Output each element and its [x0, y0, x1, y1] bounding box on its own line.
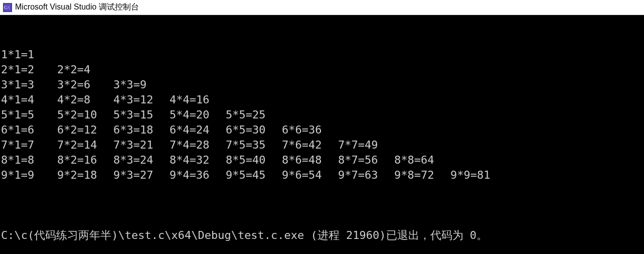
table-cell: 9*5=45: [226, 168, 282, 183]
table-cell: 3*1=3: [1, 77, 57, 92]
table-cell: 9*2=18: [57, 168, 113, 183]
titlebar[interactable]: C:\ Microsoft Visual Studio 调试控制台: [0, 0, 644, 15]
table-cell: 5*5=25: [226, 107, 282, 122]
table-cell: 7*6=42: [282, 138, 338, 153]
svg-text:C:\: C:\: [4, 5, 10, 10]
table-cell: 7*7=49: [338, 138, 394, 153]
table-cell: 8*8=64: [394, 153, 450, 168]
table-cell: 8*4=32: [170, 153, 226, 168]
table-cell: 7*1=7: [1, 138, 57, 153]
exit-status-line: C:\c(代码练习两年半)\test.c\x64\Debug\test.c.ex…: [1, 228, 643, 243]
table-cell: 7*3=21: [113, 138, 170, 153]
table-row: 3*1=33*2=63*3=9: [1, 77, 643, 92]
table-cell: 9*4=36: [170, 168, 226, 183]
table-cell: 8*3=24: [113, 153, 170, 168]
window-title: Microsoft Visual Studio 调试控制台: [15, 2, 139, 13]
console-window: C:\ Microsoft Visual Studio 调试控制台 1*1=12…: [0, 0, 644, 254]
table-cell: 6*4=24: [170, 122, 226, 138]
table-cell: 8*5=40: [226, 153, 282, 168]
table-cell: 6*1=6: [1, 122, 57, 138]
table-cell: 7*5=35: [226, 138, 282, 153]
process-exit-info: (进程 21960)已退出，代码为 0。: [311, 229, 488, 241]
table-row: 5*1=55*2=105*3=155*4=205*5=25: [1, 107, 643, 122]
table-cell: 8*7=56: [338, 153, 394, 168]
table-cell: 6*6=36: [282, 122, 338, 138]
table-cell: 6*5=30: [226, 122, 282, 138]
table-cell: 9*1=9: [1, 168, 57, 183]
table-row: 6*1=66*2=126*3=186*4=246*5=306*6=36: [1, 122, 643, 138]
table-cell: 9*7=63: [338, 168, 394, 183]
table-cell: 4*3=12: [113, 92, 170, 107]
table-cell: 9*9=81: [450, 168, 507, 183]
table-cell: 5*2=10: [57, 107, 113, 122]
table-row: 2*1=22*2=4: [1, 62, 643, 77]
table-row: 8*1=88*2=168*3=248*4=328*5=408*6=488*7=5…: [1, 153, 643, 168]
table-cell: 5*4=20: [170, 107, 226, 122]
console-output[interactable]: 1*1=12*1=22*2=43*1=33*2=63*3=94*1=44*2=8…: [0, 15, 644, 254]
table-cell: 8*2=16: [57, 153, 113, 168]
multiplication-table: 1*1=12*1=22*2=43*1=33*2=63*3=94*1=44*2=8…: [1, 47, 643, 183]
table-cell: 7*4=28: [170, 138, 226, 153]
exe-path: C:\c(代码练习两年半)\test.c\x64\Debug\test.c.ex…: [1, 229, 304, 241]
table-cell: 1*1=1: [1, 47, 57, 62]
table-cell: 2*1=2: [1, 62, 57, 77]
table-cell: 5*1=5: [1, 107, 57, 122]
table-row: 9*1=99*2=189*3=279*4=369*5=459*6=549*7=6…: [1, 168, 643, 183]
table-row: 1*1=1: [1, 47, 643, 62]
table-row: 7*1=77*2=147*3=217*4=287*5=357*6=427*7=4…: [1, 138, 643, 153]
table-cell: 3*3=9: [113, 77, 170, 92]
table-cell: 3*2=6: [57, 77, 113, 92]
table-cell: 4*2=8: [57, 92, 113, 107]
table-cell: 5*3=15: [113, 107, 170, 122]
console-app-icon: C:\: [3, 3, 12, 12]
table-cell: 9*3=27: [113, 168, 170, 183]
table-cell: 2*2=4: [57, 62, 113, 77]
table-cell: 8*1=8: [1, 153, 57, 168]
table-cell: 4*4=16: [170, 92, 226, 107]
table-cell: 6*3=18: [113, 122, 170, 138]
table-cell: 6*2=12: [57, 122, 113, 138]
table-row: 4*1=44*2=84*3=124*4=16: [1, 92, 643, 107]
table-cell: 4*1=4: [1, 92, 57, 107]
table-cell: 7*2=14: [57, 138, 113, 153]
table-cell: 8*6=48: [282, 153, 338, 168]
table-cell: 9*8=72: [394, 168, 450, 183]
table-cell: 9*6=54: [282, 168, 338, 183]
